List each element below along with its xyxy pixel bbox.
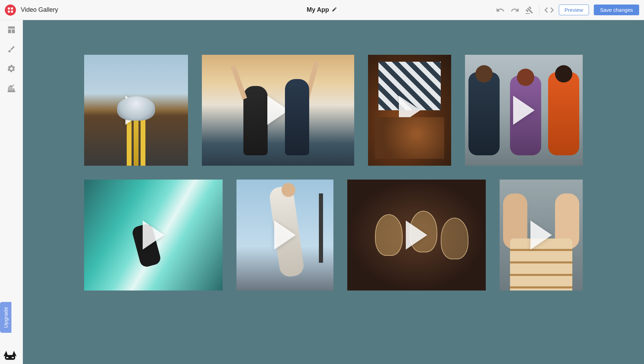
video-thumb-birthday-cake[interactable] bbox=[500, 180, 583, 291]
layout-icon bbox=[7, 25, 16, 34]
cat-icon bbox=[3, 350, 17, 361]
save-button[interactable]: Save changes bbox=[594, 5, 639, 15]
app-header: Video Gallery My App Preview Save change… bbox=[0, 0, 644, 20]
play-icon bbox=[274, 220, 296, 250]
sidebar-design[interactable] bbox=[7, 44, 16, 54]
code-icon bbox=[544, 5, 554, 15]
gallery-row-1 bbox=[84, 55, 583, 166]
sidebar-settings[interactable] bbox=[7, 64, 16, 73]
video-thumb-skateboarder[interactable] bbox=[236, 180, 333, 291]
svg-rect-0 bbox=[8, 7, 10, 9]
edit-app-name-button[interactable] bbox=[332, 7, 337, 14]
svg-rect-3 bbox=[11, 10, 13, 12]
code-button[interactable] bbox=[544, 5, 554, 15]
pencil-icon bbox=[332, 7, 337, 12]
sidebar-layout[interactable] bbox=[7, 25, 16, 35]
svg-rect-2 bbox=[8, 10, 10, 12]
upgrade-button[interactable]: Upgrade bbox=[0, 302, 11, 333]
video-thumb-surfing[interactable] bbox=[84, 180, 223, 291]
logo-grid-icon bbox=[7, 7, 14, 13]
brush-icon bbox=[7, 45, 16, 53]
redo-button[interactable] bbox=[510, 5, 520, 15]
divider bbox=[539, 6, 539, 15]
gavel-icon bbox=[525, 6, 534, 14]
gear-icon bbox=[7, 64, 16, 73]
play-icon bbox=[125, 96, 147, 125]
app-name: My App bbox=[307, 6, 329, 14]
video-thumb-wine-toast[interactable] bbox=[347, 180, 486, 291]
play-icon bbox=[399, 96, 420, 125]
video-thumb-guitar[interactable] bbox=[368, 55, 451, 166]
preview-button[interactable]: Preview bbox=[559, 5, 589, 15]
play-icon bbox=[406, 220, 427, 250]
svg-rect-1 bbox=[11, 7, 13, 9]
undo-button[interactable] bbox=[495, 5, 505, 15]
play-icon bbox=[530, 220, 552, 250]
redo-icon bbox=[510, 6, 519, 15]
video-thumb-friends-sunset[interactable] bbox=[202, 55, 354, 166]
header-actions: Preview Save changes bbox=[495, 5, 639, 15]
editor-canvas[interactable] bbox=[23, 20, 644, 364]
undo-icon bbox=[496, 6, 505, 15]
gallery-row-2 bbox=[84, 180, 583, 291]
svg-rect-8 bbox=[12, 357, 14, 358]
play-icon bbox=[143, 220, 164, 250]
help-mascot[interactable] bbox=[3, 350, 17, 361]
play-icon bbox=[513, 96, 535, 125]
header-center: My App bbox=[307, 6, 337, 14]
analytics-icon bbox=[7, 84, 16, 93]
video-thumb-road-car[interactable] bbox=[84, 55, 188, 166]
sidebar-analytics[interactable] bbox=[7, 83, 16, 93]
play-icon bbox=[267, 96, 289, 125]
app-logo[interactable] bbox=[5, 5, 16, 16]
page-title: Video Gallery bbox=[21, 6, 58, 14]
svg-rect-7 bbox=[6, 357, 8, 358]
video-thumb-group-sitting[interactable] bbox=[465, 55, 583, 166]
build-button[interactable] bbox=[525, 5, 534, 15]
